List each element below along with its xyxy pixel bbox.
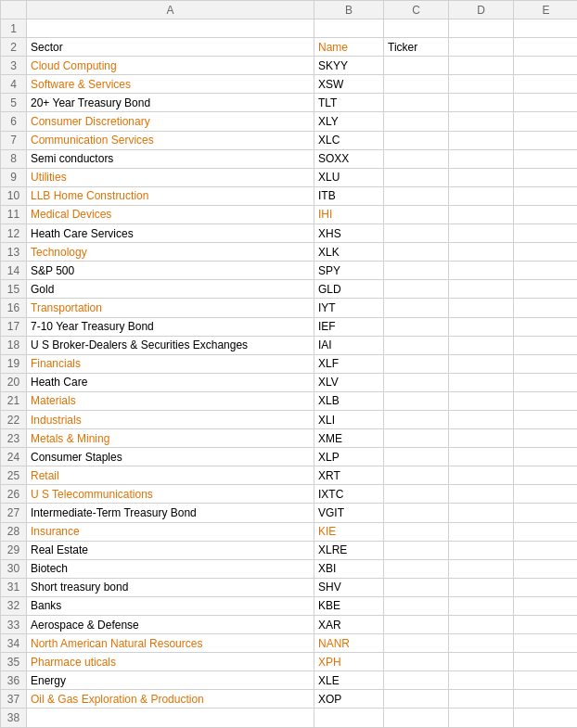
ticker-name: SOXX xyxy=(314,149,384,168)
sector-name: Insurance xyxy=(27,522,314,541)
row-number: 27 xyxy=(1,504,27,522)
col-e-cell xyxy=(514,522,578,541)
col-c-cell xyxy=(384,410,449,428)
sector-name: Semi conductors xyxy=(27,149,314,168)
table-row: 3Cloud ComputingSKYY xyxy=(1,57,578,75)
col-c-cell xyxy=(384,262,449,280)
sector-name: Oil & Gas Exploration & Production xyxy=(27,690,314,709)
row-number: 3 xyxy=(1,57,27,75)
table-row: 15GoldGLD xyxy=(1,280,578,299)
col-d-cell xyxy=(449,243,514,262)
col-c-cell xyxy=(384,485,449,504)
row-number: 18 xyxy=(1,336,27,354)
table-row: 29Real EstateXLRE xyxy=(1,541,578,559)
ticker-name: NANR xyxy=(314,634,384,653)
row-number: 29 xyxy=(1,541,27,559)
col-d-cell xyxy=(449,373,514,391)
col-c-cell xyxy=(384,299,449,317)
table-row: 26U S TelecommunicationsIXTC xyxy=(1,485,578,504)
col-d-cell xyxy=(449,19,514,38)
col-c-cell xyxy=(384,559,449,578)
ticker-name: IAI xyxy=(314,336,384,354)
col-d-cell xyxy=(449,578,514,596)
sector-name: Consumer Discretionary xyxy=(27,112,314,131)
row-number: 4 xyxy=(1,75,27,94)
table-row: 32BanksKBE xyxy=(1,596,578,615)
ticker-name: XAR xyxy=(314,616,384,634)
col-c-cell xyxy=(384,448,449,466)
col-d-cell xyxy=(449,429,514,448)
sector-name: Communication Services xyxy=(27,131,314,149)
sector-name: Medical Devices xyxy=(27,205,314,224)
table-row: 19FinancialsXLF xyxy=(1,354,578,373)
col-d-cell xyxy=(449,485,514,504)
table-row: 25RetailXRT xyxy=(1,466,578,485)
col-c-cell xyxy=(384,373,449,391)
col-d-cell xyxy=(449,709,514,728)
col-d-cell xyxy=(449,410,514,428)
col-e-cell xyxy=(514,262,578,280)
table-row: 20Heath CareXLV xyxy=(1,373,578,391)
ticker-name: SPY xyxy=(314,262,384,280)
col-d-cell xyxy=(449,299,514,317)
row-number: 20 xyxy=(1,373,27,391)
sector-name: Heath Care Services xyxy=(27,224,314,243)
sector-name: S&P 500 xyxy=(27,262,314,280)
col-e-cell xyxy=(514,448,578,466)
sector-name: Industrials xyxy=(27,410,314,428)
ticker-name: XLK xyxy=(314,243,384,262)
sector-name: Aerospace & Defense xyxy=(27,616,314,634)
sector-name: Consumer Staples xyxy=(27,448,314,466)
table-row: 7Communication ServicesXLC xyxy=(1,131,578,149)
col-e-cell xyxy=(514,112,578,131)
col-d-cell xyxy=(449,466,514,485)
col-e-cell xyxy=(514,485,578,504)
ticker-name: ITB xyxy=(314,186,384,205)
table-row: 14S&P 500SPY xyxy=(1,262,578,280)
col-e-cell xyxy=(514,709,578,728)
table-row: 1 xyxy=(1,19,578,38)
table-row: 23Metals & MiningXME xyxy=(1,429,578,448)
col-d-cell xyxy=(449,653,514,671)
table-row: 38 xyxy=(1,709,578,728)
table-row: 36EnergyXLE xyxy=(1,671,578,690)
col-d-cell xyxy=(449,57,514,75)
ticker-name: XRT xyxy=(314,466,384,485)
row-number: 10 xyxy=(1,186,27,205)
col-c-cell xyxy=(384,541,449,559)
sector-name: LLB Home Construction xyxy=(27,186,314,205)
col-c-cell xyxy=(384,634,449,653)
table-row: 33Aerospace & DefenseXAR xyxy=(1,616,578,634)
col-e-cell xyxy=(514,391,578,410)
col-e-cell xyxy=(514,168,578,186)
col-c-cell xyxy=(384,75,449,94)
col-a-header: A xyxy=(27,1,314,19)
row-number: 15 xyxy=(1,280,27,299)
row-number: 23 xyxy=(1,429,27,448)
ticker-name: XME xyxy=(314,429,384,448)
table-row: 8Semi conductorsSOXX xyxy=(1,149,578,168)
ticker-name: XBI xyxy=(314,559,384,578)
row-number: 8 xyxy=(1,149,27,168)
ticker-name: SHV xyxy=(314,578,384,596)
ticker-name: XLC xyxy=(314,131,384,149)
col-c-cell xyxy=(384,94,449,112)
col-e-cell xyxy=(514,578,578,596)
row-number: 33 xyxy=(1,616,27,634)
row-number: 13 xyxy=(1,243,27,262)
col-d-cell xyxy=(449,596,514,615)
col-d-cell xyxy=(449,280,514,299)
ticker-name: IYT xyxy=(314,299,384,317)
sector-name: Pharmace uticals xyxy=(27,653,314,671)
col-e-cell xyxy=(514,75,578,94)
ticker-name xyxy=(314,709,384,728)
col-e-cell xyxy=(514,616,578,634)
col-e-header: E xyxy=(514,1,578,19)
col-d-cell xyxy=(449,541,514,559)
row-number: 12 xyxy=(1,224,27,243)
ticker-name: SKYY xyxy=(314,57,384,75)
table-row: 37Oil & Gas Exploration & ProductionXOP xyxy=(1,690,578,709)
col-c-cell xyxy=(384,57,449,75)
col-e-cell xyxy=(514,299,578,317)
col-b-header: B xyxy=(314,1,384,19)
